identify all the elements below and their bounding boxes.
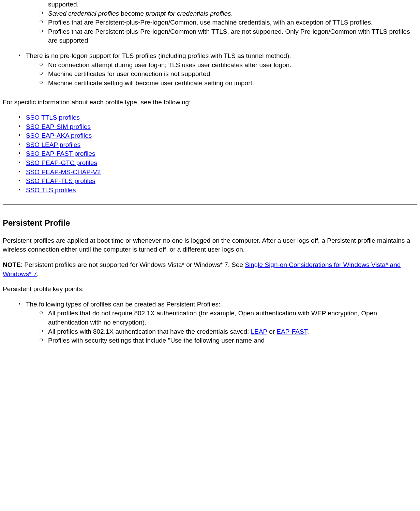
italic-text: Saved credential profiles [48, 10, 119, 17]
persistent-note: NOTE: Persistent profiles are not suppor… [3, 260, 417, 279]
bullet-text: There is no pre-logon support for TLS pr… [26, 52, 291, 59]
sso-leap-link[interactable]: SSO LEAP profiles [26, 141, 80, 148]
eap-fast-link[interactable]: EAP-FAST [276, 328, 307, 335]
list-item: SSO EAP-SIM profiles [3, 122, 417, 132]
sub-bullet: All profiles that do not require 802.1X … [26, 309, 417, 327]
leap-link[interactable]: LEAP [251, 328, 267, 335]
sso-eap-sim-link[interactable]: SSO EAP-SIM profiles [26, 123, 91, 130]
sso-eap-fast-link[interactable]: SSO EAP-FAST profiles [26, 150, 95, 157]
text: All profiles with 802.1X authentication … [48, 328, 251, 335]
sub-bullet: All profiles with 802.1X authentication … [26, 327, 417, 336]
list-item: SSO PEAP-GTC profiles [3, 159, 417, 168]
sub-bullet: Profiles that are Persistent-plus-Pre-lo… [26, 27, 417, 45]
sub-bullet: Profiles with security settings that inc… [26, 336, 417, 345]
persistent-description: Persistent profiles are applied at boot … [3, 236, 417, 254]
note-label: NOTE [3, 261, 21, 268]
sub-bullet: Machine certificates for user connection… [26, 70, 417, 79]
sso-peap-tls-link[interactable]: SSO PEAP-TLS profiles [26, 177, 95, 184]
italic-text: prompt for credentials profiles [146, 10, 231, 17]
profile-links-list: SSO TTLS profiles SSO EAP-SIM profiles S… [3, 113, 417, 195]
list-item: SSO EAP-FAST profiles [3, 149, 417, 159]
specific-info-intro: For specific information about each prof… [3, 98, 417, 107]
sso-peap-ms-chap-link[interactable]: SSO PEAP-MS-CHAP-V2 [26, 168, 101, 176]
list-item: SSO TTLS profiles [3, 113, 417, 122]
sub-bullet: No connection attempt during user log-in… [26, 61, 417, 70]
sso-tls-link[interactable]: SSO TLS profiles [26, 186, 76, 194]
list-item: SSO LEAP profiles [3, 140, 417, 150]
sso-eap-aka-link[interactable]: SSO EAP-AKA profiles [26, 132, 92, 139]
sub-bullet: Saved credential profiles become prompt … [26, 9, 417, 18]
sub-bullet: Profiles that are Persistent-plus-Pre-lo… [26, 18, 417, 27]
fragment-supported: supported. [3, 0, 417, 9]
top-fragment-container: supported. Saved credential profiles bec… [3, 0, 417, 88]
sso-ttls-link[interactable]: SSO TTLS profiles [26, 114, 80, 121]
sub-bullet: Machine certificate setting will become … [26, 79, 417, 88]
list-item: SSO EAP-AKA profiles [3, 131, 417, 140]
text: become [119, 10, 146, 17]
persistent-profile-heading: Persistent Profile [3, 217, 417, 229]
note-text: : Persistent profiles are not supported … [21, 261, 245, 268]
bullet-item: There is no pre-logon support for TLS pr… [3, 51, 417, 88]
note-text-end: . [37, 270, 39, 277]
text: . [307, 328, 309, 335]
bullet-item: The following types of profiles can be c… [3, 300, 417, 345]
keypoints-intro: Persistent profile key points: [3, 285, 417, 294]
divider [3, 204, 417, 205]
text: or [267, 328, 276, 335]
list-item: SSO TLS profiles [3, 186, 417, 195]
list-item: SSO PEAP-TLS profiles [3, 177, 417, 186]
text: . [231, 10, 233, 17]
list-item: SSO PEAP-MS-CHAP-V2 [3, 168, 417, 177]
sso-peap-gtc-link[interactable]: SSO PEAP-GTC profiles [26, 159, 97, 166]
bullet-text: The following types of profiles can be c… [26, 301, 220, 308]
keypoints-list: The following types of profiles can be c… [3, 300, 417, 345]
